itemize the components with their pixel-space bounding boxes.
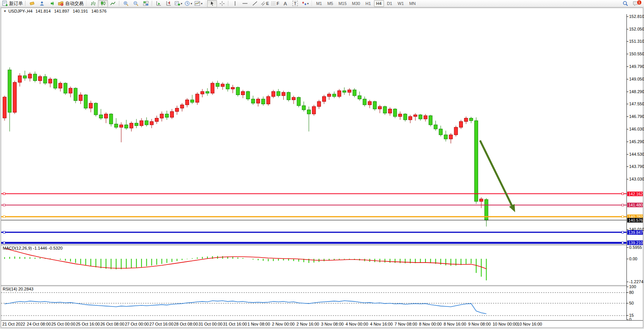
notifications-button[interactable]: 1: [630, 0, 642, 7]
timeframe-button-W1[interactable]: W1: [395, 0, 406, 7]
candle-body: [119, 125, 123, 127]
candle-body: [155, 118, 159, 122]
price-tick: 146.790: [627, 115, 644, 119]
line-handle[interactable]: [622, 231, 624, 233]
line-handle[interactable]: [3, 242, 5, 244]
candle-body: [150, 121, 153, 125]
macd-pane[interactable]: MACD(12,26,9) -1.1446 -0.5320: [1, 245, 626, 285]
candlestick-chart[interactable]: [1, 14, 626, 244]
chart-title-bar[interactable]: ▼ USDJPY-,H4 141.814 141.897 140.191 140…: [1, 8, 643, 15]
rsi-chart[interactable]: [1, 286, 626, 320]
candle-body: [469, 118, 473, 121]
arrows-button[interactable]: ▾: [300, 0, 310, 7]
bar-chart-icon: [90, 1, 96, 6]
text-button[interactable]: A: [280, 0, 290, 7]
new-order-button[interactable]: 新订单: [1, 0, 24, 7]
horizontal-line-142.162[interactable]: [1, 193, 626, 195]
time-label: 4 Nov 16:00: [370, 322, 393, 326]
search-button[interactable]: [620, 0, 630, 7]
candlestick-chart-button[interactable]: [98, 0, 108, 7]
candle-body: [23, 76, 27, 78]
line-chart-button[interactable]: [108, 0, 118, 7]
auto-trading-button[interactable]: 自动交易: [57, 0, 85, 7]
candle-body: [464, 118, 468, 122]
line-handle[interactable]: [622, 193, 624, 195]
horizontal-line-140.782[interactable]: [1, 216, 626, 218]
chart-symbol: USDJPY-,H4: [8, 9, 32, 13]
macd-chart[interactable]: [1, 245, 626, 285]
text-label-button[interactable]: T: [290, 0, 300, 7]
vertical-line-button[interactable]: [230, 0, 240, 7]
timeframe-button-D1[interactable]: D1: [385, 0, 395, 7]
timeframe-button-M15[interactable]: M15: [336, 0, 349, 7]
price-tick: 149.050: [627, 77, 644, 81]
trendline-icon: [252, 1, 258, 6]
market-button[interactable]: [27, 0, 37, 7]
equidistant-channel-button[interactable]: E: [260, 0, 270, 7]
time-axis[interactable]: 21 Oct 202224 Oct 08:0025 Oct 00:0025 Oc…: [1, 320, 643, 327]
candle-body: [419, 115, 422, 119]
mt4-terminal: { "app": { "toolbar": { "new_order_label…: [0, 0, 644, 329]
zoom-out-button[interactable]: [131, 0, 141, 7]
cursor-button[interactable]: [207, 0, 217, 7]
search-icon: [622, 1, 628, 6]
signals-button[interactable]: [47, 0, 57, 7]
candle-body: [378, 106, 382, 109]
candle-body: [170, 111, 173, 117]
community-button[interactable]: [37, 0, 47, 7]
chart-shift-button[interactable]: [164, 0, 173, 7]
auto-trading-label: 自动交易: [65, 0, 84, 7]
line-handle[interactable]: [622, 216, 624, 218]
auto-scroll-button[interactable]: [154, 0, 164, 7]
timeframe-button-H4[interactable]: H4: [374, 0, 384, 7]
main-chart-pane[interactable]: [1, 14, 626, 244]
line-handle[interactable]: [3, 216, 5, 218]
price-tick: 148.290: [627, 90, 644, 94]
horizontal-line-139.210[interactable]: [1, 242, 626, 244]
macd-signal-line: [5, 248, 487, 269]
line-handle[interactable]: [3, 204, 5, 206]
time-label: 7 Nov 08:00: [395, 322, 417, 326]
price-axis[interactable]: 152.810152.050151.310150.550149.790149.0…: [626, 14, 643, 320]
new-chart-button[interactable]: ▾: [173, 0, 183, 7]
candle-body: [454, 127, 458, 135]
indicators-button[interactable]: ▾: [193, 0, 204, 7]
candle-body: [358, 96, 361, 99]
price-tick: 152.050: [627, 27, 644, 31]
auto-scroll-icon: [156, 1, 162, 6]
tile-windows-button[interactable]: [141, 0, 151, 7]
candle-body: [226, 84, 230, 89]
timeframe-button-M1[interactable]: M1: [314, 0, 324, 7]
time-label: 25 Oct 16:00: [76, 322, 100, 326]
timeframe-button-H1[interactable]: H1: [363, 0, 373, 7]
candle-body: [373, 102, 376, 109]
line-handle[interactable]: [3, 193, 5, 195]
line-handle[interactable]: [622, 204, 624, 206]
time-label: 4 Nov 00:00: [345, 322, 368, 326]
zoom-in-button[interactable]: [121, 0, 131, 7]
line-handle[interactable]: [622, 242, 624, 244]
timeframe-button-M5[interactable]: M5: [325, 0, 335, 7]
candle-body: [135, 123, 138, 126]
candle-body: [79, 95, 82, 100]
line-handle[interactable]: [3, 231, 5, 233]
candle-body: [449, 135, 453, 139]
periods-button[interactable]: ▾: [183, 0, 193, 7]
toolbar-right: 1: [620, 0, 642, 7]
trendline-button[interactable]: [250, 0, 260, 7]
horizontal-line-button[interactable]: [240, 0, 250, 7]
arrows-icon: [302, 1, 307, 6]
rsi-pane[interactable]: RSI(14) 20.2843: [1, 286, 626, 320]
crosshair-button[interactable]: [217, 0, 227, 7]
toolbar-separator: [25, 1, 26, 6]
fibonacci-button[interactable]: F: [270, 0, 280, 7]
bar-chart-button[interactable]: [88, 0, 98, 7]
time-label: 3 Nov 08:00: [321, 322, 344, 326]
horizontal-line-139.847[interactable]: [1, 231, 626, 233]
horizontal-line-141.480[interactable]: [1, 204, 626, 206]
timeframe-button-MN[interactable]: MN: [407, 0, 418, 7]
chart-ohlc: 141.814 141.897 140.191 140.576: [35, 9, 109, 13]
timeframe-button-M30[interactable]: M30: [350, 0, 362, 7]
candle-body: [409, 116, 412, 120]
candle-body: [74, 88, 77, 101]
